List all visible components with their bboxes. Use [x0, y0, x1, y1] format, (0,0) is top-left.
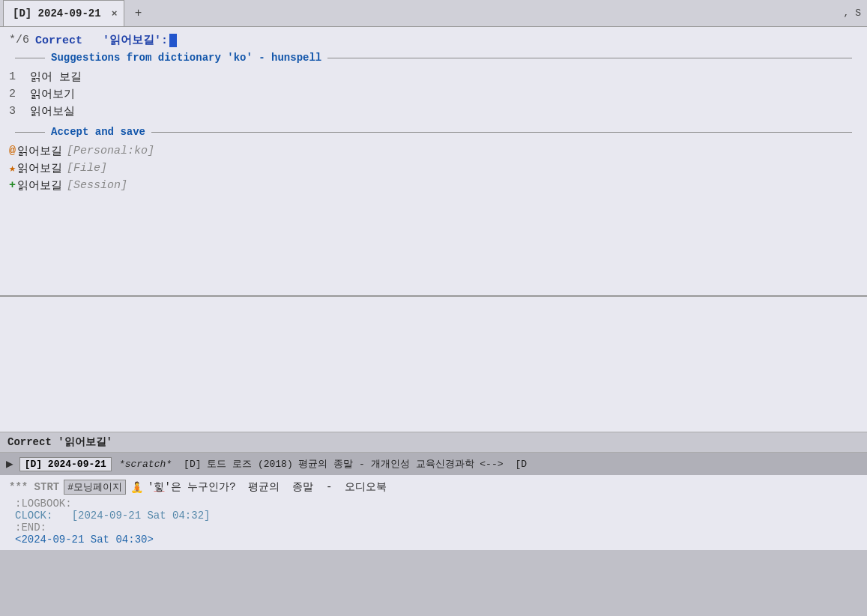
org-person-icon: 🧘 — [130, 481, 143, 494]
org-heading-text: '힣'은 누구인가? 평균의 종말 - 오디오북 — [148, 480, 387, 494]
accept-word-file: 읽어보길 — [17, 161, 62, 175]
org-date-value: <2024-09-21 Sat 04:30> — [9, 534, 858, 546]
org-underline-word: 힣 — [154, 481, 164, 493]
status-word: '읽어보길' — [58, 436, 112, 448]
spell-check-area: */6 Correct '읽어보길': Suggestions from dic… — [0, 27, 867, 297]
org-tag-box: #모닝페이지 — [64, 480, 126, 495]
org-end: :END: — [9, 522, 858, 534]
suggestions-divider: Suggestions from dictionary 'ko' - hunsp… — [9, 52, 858, 64]
accept-save-divider: Accept and save — [9, 126, 858, 138]
modeline: ▶ [D] 2024-09-21 *scratch* [D] 토드 로즈 (20… — [0, 453, 867, 475]
suggestion-item-3[interactable]: 3 읽어보실 — [9, 103, 858, 120]
modeline-item-active[interactable]: [D] 2024-09-21 — [19, 457, 112, 471]
org-strt-keyword: *** STRT — [9, 481, 59, 493]
modeline-arrow[interactable]: ▶ — [3, 456, 16, 471]
tab-close-button[interactable]: × — [112, 8, 118, 19]
tab-add-button[interactable]: + — [129, 5, 148, 22]
suggestion-item-1[interactable]: 1 읽어 보길 — [9, 68, 858, 85]
accept-list: @ 읽어보길 [Personal:ko] ★ 읽어보길 [File] + 읽어보… — [9, 142, 858, 194]
accept-item-file[interactable]: ★ 읽어보길 [File] — [9, 160, 858, 177]
spell-header: */6 Correct '읽어보길': — [9, 33, 858, 47]
suggestions-list: 1 읽어 보길 2 읽어보기 3 읽어보실 — [9, 68, 858, 120]
spell-correct-label: Correct '읽어보길': — [35, 33, 168, 47]
suggestion-num-3: 3 — [9, 105, 22, 118]
org-clock-line: CLOCK: [2024-09-21 Sat 04:32] — [9, 510, 858, 522]
status-bar: Correct '읽어보길' — [0, 432, 867, 453]
accept-tag-personal: [Personal:ko] — [67, 145, 154, 157]
org-clock-value: [2024-09-21 Sat 04:32] — [72, 510, 211, 522]
accept-word-session: 읽어보길 — [17, 178, 62, 193]
cursor — [169, 34, 177, 47]
modeline-item-d[interactable]: [D — [511, 458, 532, 471]
org-clock-label: CLOCK: — [15, 510, 52, 522]
accept-word-personal: 읽어보길 — [17, 144, 62, 158]
tab-label: [D] 2024-09-21 — [13, 7, 101, 19]
accept-prefix-plus: + — [9, 179, 16, 192]
tab-bar: [D] 2024-09-21 × + , S — [0, 0, 867, 27]
suggestion-text-2: 읽어보기 — [30, 87, 75, 101]
empty-area — [0, 297, 867, 432]
suggestion-item-2[interactable]: 2 읽어보기 — [9, 85, 858, 103]
status-correct-label: Correct — [7, 436, 52, 448]
modeline-item-tode[interactable]: [D] 토드 로즈 (2018) 평균의 종말 - 개개인성 교육신경과학 <-… — [179, 456, 507, 471]
tab-right-label: , S — [844, 7, 861, 19]
org-logbook: :LOGBOOK: — [9, 498, 858, 510]
suggestion-num-1: 1 — [9, 70, 22, 83]
suggestion-text-3: 읽어보실 — [30, 104, 75, 118]
suggestion-text-1: 읽어 보길 — [30, 70, 82, 84]
active-tab[interactable]: [D] 2024-09-21 × — [3, 0, 124, 26]
suggestion-num-2: 2 — [9, 88, 22, 100]
accept-tag-file: [File] — [67, 162, 107, 175]
accept-prefix-at: @ — [9, 145, 16, 157]
modeline-scratch[interactable]: *scratch* — [115, 458, 176, 471]
spell-counter: */6 — [9, 34, 29, 46]
org-content-area: *** STRT #모닝페이지 🧘 '힣'은 누구인가? 평균의 종말 - 오디… — [0, 475, 867, 550]
accept-item-session[interactable]: + 읽어보길 [Session] — [9, 177, 858, 194]
accept-item-personal[interactable]: @ 읽어보길 [Personal:ko] — [9, 142, 858, 160]
accept-tag-session: [Session] — [67, 179, 127, 192]
org-strt-line: *** STRT #모닝페이지 🧘 '힣'은 누구인가? 평균의 종말 - 오디… — [9, 480, 858, 495]
accept-prefix-star: ★ — [9, 161, 16, 175]
